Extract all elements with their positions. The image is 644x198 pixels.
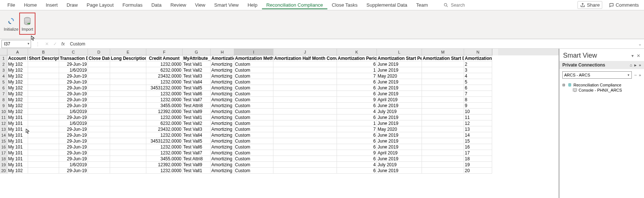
- cell[interactable]: Custom: [234, 168, 273, 174]
- cell[interactable]: [273, 120, 337, 126]
- cell[interactable]: [110, 109, 146, 115]
- cell[interactable]: Custom: [234, 103, 273, 109]
- row-header[interactable]: 18: [0, 156, 7, 162]
- cell[interactable]: Test Vall1: [183, 168, 211, 174]
- cell[interactable]: June 2019: [377, 156, 422, 162]
- cell[interactable]: June 2019: [377, 103, 422, 109]
- cell[interactable]: [28, 103, 59, 109]
- cell[interactable]: [88, 73, 110, 79]
- cell[interactable]: [273, 156, 337, 162]
- cell[interactable]: Amortizing: [211, 97, 234, 103]
- cell[interactable]: Test Vall2: [183, 67, 211, 73]
- menu-close-tasks[interactable]: Close Tasks: [327, 1, 362, 9]
- cell[interactable]: Test Vall4: [183, 79, 211, 85]
- cell[interactable]: 6: [464, 85, 492, 91]
- header-cell[interactable]: Long Description: [110, 55, 146, 61]
- cell[interactable]: 29-Jun-19: [59, 138, 88, 144]
- cell[interactable]: My 101: [7, 115, 28, 120]
- cell[interactable]: [110, 97, 146, 103]
- cell[interactable]: [110, 61, 146, 67]
- cell[interactable]: [110, 120, 146, 126]
- cell[interactable]: [88, 61, 110, 67]
- header-cell[interactable]: Credit Amount: [146, 55, 183, 61]
- import-button[interactable]: Import: [19, 13, 35, 35]
- cell[interactable]: [88, 85, 110, 91]
- cell[interactable]: [110, 144, 146, 150]
- row-header[interactable]: 17: [0, 150, 7, 156]
- col-header-E[interactable]: E: [110, 49, 146, 55]
- cell[interactable]: June 2019: [377, 79, 422, 85]
- cell[interactable]: My 101: [7, 150, 28, 156]
- cell[interactable]: 3455.0000: [146, 103, 183, 109]
- cell[interactable]: [28, 61, 59, 67]
- cell[interactable]: 10: [464, 109, 492, 115]
- cell[interactable]: 6: [337, 85, 377, 91]
- cell[interactable]: 6: [337, 79, 377, 85]
- select-all-corner[interactable]: [0, 49, 7, 55]
- cell[interactable]: [28, 120, 59, 126]
- row-header[interactable]: 4: [0, 73, 7, 79]
- cell[interactable]: [422, 85, 464, 91]
- cell[interactable]: Test Vall7: [183, 150, 211, 156]
- cell[interactable]: [273, 109, 337, 115]
- col-header-H[interactable]: H: [211, 49, 234, 55]
- menu-page-layout[interactable]: Page Layout: [82, 1, 118, 9]
- cell[interactable]: My 101: [7, 162, 28, 168]
- cell[interactable]: [88, 156, 110, 162]
- cell[interactable]: Test Vall9: [183, 162, 211, 168]
- cell[interactable]: 6232.0000: [146, 120, 183, 126]
- header-cell[interactable]: Amortization Start Period: [377, 55, 422, 61]
- cell[interactable]: [273, 61, 337, 67]
- cell[interactable]: [28, 109, 59, 115]
- cell[interactable]: 6: [337, 138, 377, 144]
- formula-input[interactable]: Custom: [67, 41, 636, 47]
- cell[interactable]: June 2019: [377, 115, 422, 120]
- cell[interactable]: [88, 162, 110, 168]
- cell[interactable]: My 102: [7, 67, 28, 73]
- cell[interactable]: [88, 79, 110, 85]
- cell[interactable]: [28, 67, 59, 73]
- cell[interactable]: 29-Jun-19: [59, 61, 88, 67]
- cell[interactable]: [273, 91, 337, 97]
- cell[interactable]: Test Attri8: [183, 156, 211, 162]
- cell[interactable]: My 102: [7, 73, 28, 79]
- col-header-B[interactable]: B: [28, 49, 59, 55]
- cell[interactable]: 1232.0000: [146, 168, 183, 174]
- cell[interactable]: 4: [464, 73, 492, 79]
- cell[interactable]: June 2019: [377, 61, 422, 67]
- cell[interactable]: [110, 156, 146, 162]
- cell[interactable]: [422, 168, 464, 174]
- cell[interactable]: Test Vall9: [183, 109, 211, 115]
- cell[interactable]: 6: [337, 144, 377, 150]
- cell[interactable]: 7: [337, 126, 377, 132]
- cell[interactable]: Custom: [234, 109, 273, 115]
- cell[interactable]: Test Vall1: [183, 61, 211, 67]
- col-header-C[interactable]: C: [59, 49, 88, 55]
- cell[interactable]: Custom: [234, 97, 273, 103]
- cell[interactable]: 29-Jun-19: [59, 126, 88, 132]
- cell[interactable]: 29-Jun-19: [59, 91, 88, 97]
- col-header-G[interactable]: G: [183, 49, 211, 55]
- cell[interactable]: 3455.0000: [146, 156, 183, 162]
- cell[interactable]: [273, 103, 337, 109]
- cell[interactable]: Custom: [234, 73, 273, 79]
- cell[interactable]: [273, 132, 337, 138]
- cell[interactable]: 1232.0000: [146, 79, 183, 85]
- cell[interactable]: [88, 150, 110, 156]
- cell[interactable]: July 2019: [377, 109, 422, 115]
- cell[interactable]: [28, 91, 59, 97]
- tree-child[interactable]: Console - PHNX_ARCS: [562, 88, 641, 93]
- cell[interactable]: Custom: [234, 115, 273, 120]
- col-header-A[interactable]: A: [7, 49, 28, 55]
- col-header-M[interactable]: M: [422, 49, 464, 55]
- cell[interactable]: 1/6/2019: [59, 162, 88, 168]
- cell[interactable]: Custom: [234, 120, 273, 126]
- cell[interactable]: 1232.0000: [146, 150, 183, 156]
- cell[interactable]: April 2019: [377, 97, 422, 103]
- cell[interactable]: Custom: [234, 156, 273, 162]
- cell[interactable]: 20: [464, 168, 492, 174]
- cell[interactable]: [28, 132, 59, 138]
- cell[interactable]: Custom: [234, 126, 273, 132]
- cell[interactable]: Custom: [234, 150, 273, 156]
- cell[interactable]: Test Vall4: [183, 132, 211, 138]
